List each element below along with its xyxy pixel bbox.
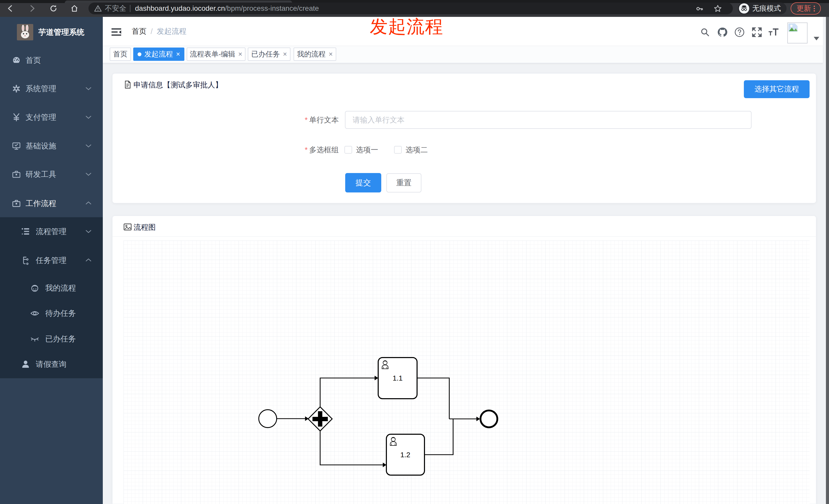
search-icon[interactable] — [699, 27, 711, 38]
checkbox-option-2[interactable] — [394, 146, 402, 154]
sequence-flow — [425, 419, 453, 455]
sidebar-item-label: 流程管理 — [36, 219, 67, 244]
update-button[interactable]: 更新 — [791, 2, 821, 14]
bpmn-end-event[interactable] — [480, 411, 497, 427]
tag-tab-done-tasks[interactable]: 已办任务 × — [248, 47, 290, 61]
fullscreen-icon[interactable] — [751, 27, 762, 38]
page-scrollbar[interactable] — [826, 17, 829, 504]
dashboard-icon — [12, 56, 21, 65]
briefcase-icon — [12, 199, 21, 208]
bpmn-canvas[interactable]: 1.1 1.2 — [123, 240, 809, 504]
update-label: 更新 — [797, 4, 811, 13]
bpmn-diagram: 1.1 1.2 — [241, 344, 512, 498]
close-icon[interactable]: × — [176, 51, 180, 58]
tag-tab-my-process[interactable]: 我的流程 × — [294, 47, 336, 61]
help-icon[interactable] — [734, 27, 745, 38]
checkbox-option-1-label[interactable]: 选项一 — [356, 143, 378, 157]
sidebar-logo[interactable]: 芋道管理系统 — [0, 20, 103, 45]
security-label[interactable]: 不安全 — [105, 4, 126, 13]
checkbox-option-2-label[interactable]: 选项二 — [405, 143, 428, 157]
bookmark-star-icon[interactable] — [713, 4, 722, 15]
broken-image-icon — [788, 24, 799, 33]
key-icon[interactable] — [695, 5, 704, 14]
forward-icon[interactable] — [27, 4, 37, 13]
sidebar-item-label: 首页 — [26, 47, 41, 73]
page-header — [103, 17, 823, 46]
sidebar-item-payment[interactable]: 支付管理 — [0, 105, 103, 130]
gear-icon — [12, 84, 21, 93]
not-secure-warning-icon — [94, 5, 102, 12]
flow-icon — [21, 256, 30, 265]
sidebar-item-label: 研发工具 — [26, 161, 56, 187]
choose-other-process-button[interactable]: 选择其它流程 — [744, 80, 809, 98]
reset-button[interactable]: 重置 — [386, 173, 422, 192]
browser-menu-icon[interactable] — [814, 6, 815, 11]
sidebar-item-dev-tools[interactable]: 研发工具 — [0, 161, 103, 187]
home-icon[interactable] — [70, 4, 79, 13]
chevron-down-icon — [85, 143, 92, 148]
single-line-text-input[interactable] — [345, 111, 752, 129]
incognito-badge: 无痕模式 — [738, 3, 787, 14]
sidebar-item-label: 工作流程 — [26, 191, 56, 216]
tag-label: 流程表单-编辑 — [190, 49, 235, 59]
apply-info-card: 申请信息【测试多审批人】 选择其它流程 *单行文本 *多选框组 选项一 选项二 … — [112, 73, 816, 203]
chevron-up-icon — [85, 258, 92, 263]
chevron-down-icon — [85, 86, 92, 91]
sidebar-item-home[interactable]: 首页 — [0, 47, 103, 73]
tag-label: 发起流程 — [144, 49, 173, 59]
tag-tab-home[interactable]: 首页 — [110, 47, 131, 61]
chevron-down-icon — [85, 171, 92, 177]
field-label-single-line-text: *单行文本 — [216, 111, 339, 129]
browser-chrome: 不安全 dashboard.yudao.iocoder.cn/bpm/proce… — [0, 0, 829, 17]
monitor-icon — [12, 141, 21, 151]
tag-tab-form-edit[interactable]: 流程表单-编辑 × — [187, 47, 246, 61]
gateway-plus-icon — [318, 411, 322, 427]
sidebar: 芋道管理系统 首页 系统管理 支付管理 基础设施 研发工具 — [0, 17, 103, 504]
close-icon[interactable]: × — [283, 51, 287, 58]
bpmn-start-event[interactable] — [259, 410, 277, 428]
sidebar-item-label: 待办任务 — [45, 301, 76, 326]
breadcrumb-separator: / — [151, 27, 153, 36]
sidebar-item-label: 已办任务 — [45, 326, 76, 352]
sidebar-item-label: 我的流程 — [45, 275, 76, 301]
sidebar-item-todo-tasks[interactable]: 待办任务 — [0, 301, 103, 326]
sidebar-item-process-management[interactable]: 流程管理 — [0, 219, 103, 244]
logo-avatar — [17, 24, 33, 41]
close-icon[interactable]: × — [238, 51, 243, 58]
sidebar-item-workflow[interactable]: 工作流程 — [0, 191, 103, 216]
close-icon[interactable]: × — [329, 51, 333, 58]
checkbox-option-1[interactable] — [345, 146, 352, 154]
chevron-up-icon — [85, 201, 92, 206]
sidebar-item-label: 请假查询 — [36, 351, 67, 377]
sequence-flow — [320, 378, 374, 407]
user-icon — [21, 360, 30, 369]
sidebar-item-label: 系统管理 — [26, 76, 56, 102]
font-size-icon[interactable] — [768, 27, 780, 38]
reload-icon[interactable] — [48, 4, 58, 13]
sequence-flow — [417, 378, 449, 419]
sidebar-item-done-tasks[interactable]: 已办任务 — [0, 326, 103, 352]
github-icon[interactable] — [717, 27, 728, 38]
breadcrumb: 首页 / 发起流程 — [132, 17, 186, 46]
sidebar-item-my-process[interactable]: 我的流程 — [0, 275, 103, 301]
submit-button[interactable]: 提交 — [345, 173, 381, 192]
yen-icon — [12, 113, 21, 122]
sidebar-item-task-management[interactable]: 任务管理 — [0, 248, 103, 273]
sidebar-item-system[interactable]: 系统管理 — [0, 76, 103, 102]
back-icon[interactable] — [6, 4, 15, 13]
sidebar-fold-icon[interactable] — [111, 27, 122, 38]
apply-info-title: 申请信息【测试多审批人】 — [134, 74, 222, 94]
field-label-checkbox-group: *多选框组 — [216, 141, 339, 159]
avatar-dropdown-icon[interactable] — [814, 37, 819, 40]
avatar[interactable] — [787, 23, 807, 43]
chevron-down-icon — [85, 229, 92, 234]
breadcrumb-home[interactable]: 首页 — [132, 26, 146, 37]
tag-tab-start-process[interactable]: 发起流程 × — [133, 47, 184, 61]
arrowhead — [383, 463, 386, 467]
url-bar[interactable]: 不安全 dashboard.yudao.iocoder.cn/bpm/proce… — [88, 3, 733, 14]
sequence-flow — [320, 431, 383, 465]
reset-label: 重置 — [396, 178, 412, 188]
sidebar-item-leave-query[interactable]: 请假查询 — [0, 351, 103, 377]
sidebar-item-infrastructure[interactable]: 基础设施 — [0, 133, 103, 159]
flow-card-header: 流程图 — [112, 216, 816, 237]
